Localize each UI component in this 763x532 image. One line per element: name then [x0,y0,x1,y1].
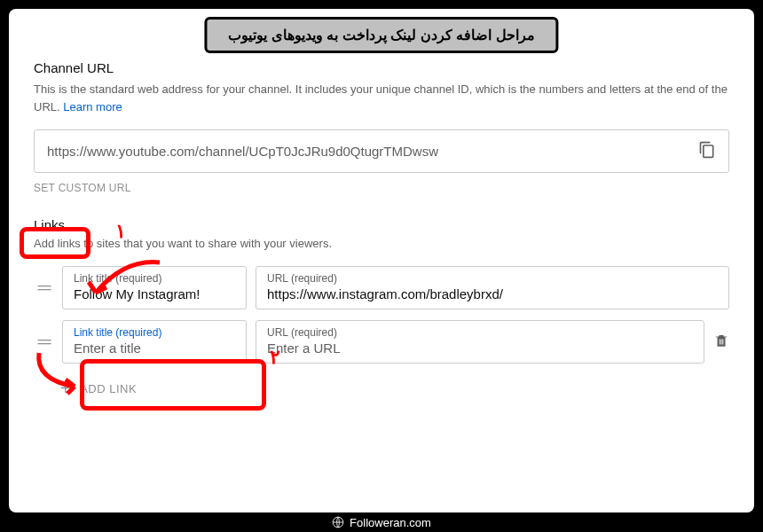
set-custom-url-button[interactable]: SET CUSTOM URL [34,182,729,194]
link-url-input[interactable]: URL (required) Enter a URL [256,320,704,364]
footer-watermark: Followeran.com [0,512,763,532]
link-title-input[interactable]: Link title (required) Follow My Instagra… [62,266,247,309]
channel-url-desc: This is the standard web address for you… [34,81,729,115]
channel-url-desc-text: This is the standard web address for you… [34,82,728,113]
plus-icon: + [60,379,71,397]
links-desc: Add links to sites that you want to shar… [34,237,729,250]
annotation-number: ۱ [115,220,126,243]
channel-url-field[interactable]: https://www.youtube.com/channel/UCpT0JcJ… [34,129,729,173]
annotation-number: ۲ [270,346,280,369]
links-heading: Links [34,217,65,232]
drag-handle-icon[interactable]: == [34,280,53,296]
footer-text: Followeran.com [350,516,431,529]
drag-handle-icon[interactable]: == [34,334,53,350]
channel-url-heading: Channel URL [34,60,729,75]
link-title-value: Follow My Instagram! [74,286,235,301]
globe-icon [332,516,344,528]
instruction-banner: مراحل اضافه کردن لینک پرداخت به ویدیوهای… [204,17,558,53]
link-url-placeholder: Enter a URL [267,340,693,356]
delete-icon[interactable] [713,332,729,352]
add-link-label: ADD LINK [80,382,137,395]
link-url-value: https://www.instagram.com/bradleybrxd/ [267,286,718,301]
link-row: == Link title (required) Enter a title U… [34,320,729,364]
link-url-label: URL (required) [267,272,718,285]
link-title-label: Link title (required) [74,272,235,285]
link-url-input[interactable]: URL (required) https://www.instagram.com… [256,266,729,309]
link-row: == Link title (required) Follow My Insta… [34,266,729,309]
link-title-placeholder: Enter a title [74,340,235,356]
channel-url-value: https://www.youtube.com/channel/UCpT0JcJ… [47,144,438,159]
link-url-label: URL (required) [267,326,693,339]
copy-icon[interactable] [698,141,716,161]
link-title-label: Link title (required) [74,326,235,339]
link-title-input[interactable]: Link title (required) Enter a title [62,320,247,364]
learn-more-link[interactable]: Learn more [63,100,122,113]
add-link-button[interactable]: + ADD LINK [60,379,137,397]
